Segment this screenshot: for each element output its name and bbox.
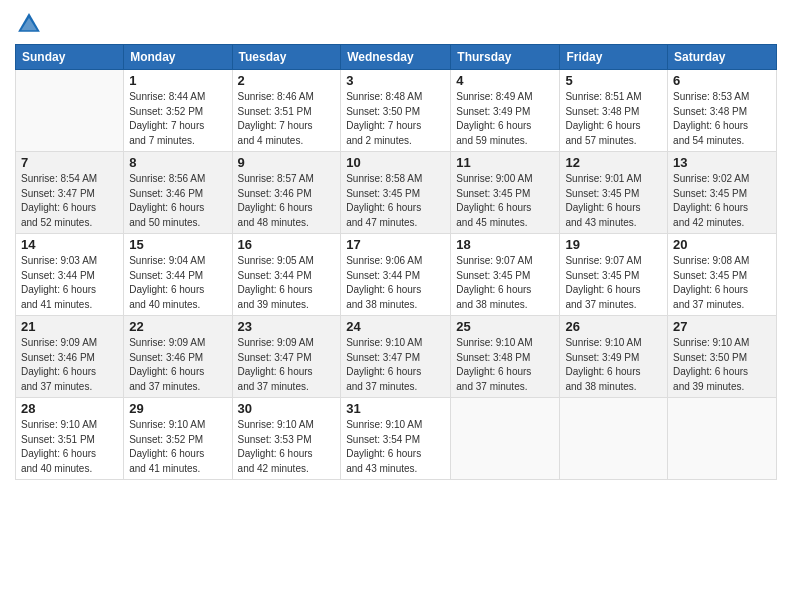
- day-info: Sunrise: 8:54 AMSunset: 3:47 PMDaylight:…: [21, 172, 118, 230]
- day-header-wednesday: Wednesday: [341, 45, 451, 70]
- day-info: Sunrise: 9:08 AMSunset: 3:45 PMDaylight:…: [673, 254, 771, 312]
- day-number: 28: [21, 401, 118, 416]
- day-number: 22: [129, 319, 226, 334]
- day-info: Sunrise: 8:58 AMSunset: 3:45 PMDaylight:…: [346, 172, 445, 230]
- day-info: Sunrise: 8:53 AMSunset: 3:48 PMDaylight:…: [673, 90, 771, 148]
- day-info: Sunrise: 8:44 AMSunset: 3:52 PMDaylight:…: [129, 90, 226, 148]
- day-info: Sunrise: 9:10 AMSunset: 3:52 PMDaylight:…: [129, 418, 226, 476]
- day-info: Sunrise: 9:07 AMSunset: 3:45 PMDaylight:…: [456, 254, 554, 312]
- week-row-1: 1Sunrise: 8:44 AMSunset: 3:52 PMDaylight…: [16, 70, 777, 152]
- day-number: 10: [346, 155, 445, 170]
- day-info: Sunrise: 9:10 AMSunset: 3:50 PMDaylight:…: [673, 336, 771, 394]
- day-info: Sunrise: 9:06 AMSunset: 3:44 PMDaylight:…: [346, 254, 445, 312]
- day-cell: 14Sunrise: 9:03 AMSunset: 3:44 PMDayligh…: [16, 234, 124, 316]
- day-cell: 17Sunrise: 9:06 AMSunset: 3:44 PMDayligh…: [341, 234, 451, 316]
- day-number: 19: [565, 237, 662, 252]
- day-number: 12: [565, 155, 662, 170]
- day-number: 4: [456, 73, 554, 88]
- calendar-table: SundayMondayTuesdayWednesdayThursdayFrid…: [15, 44, 777, 480]
- day-header-friday: Friday: [560, 45, 668, 70]
- day-cell: 21Sunrise: 9:09 AMSunset: 3:46 PMDayligh…: [16, 316, 124, 398]
- day-number: 13: [673, 155, 771, 170]
- day-info: Sunrise: 9:10 AMSunset: 3:51 PMDaylight:…: [21, 418, 118, 476]
- day-number: 21: [21, 319, 118, 334]
- page: SundayMondayTuesdayWednesdayThursdayFrid…: [0, 0, 792, 612]
- day-info: Sunrise: 9:01 AMSunset: 3:45 PMDaylight:…: [565, 172, 662, 230]
- day-number: 31: [346, 401, 445, 416]
- day-cell: 19Sunrise: 9:07 AMSunset: 3:45 PMDayligh…: [560, 234, 668, 316]
- day-info: Sunrise: 9:03 AMSunset: 3:44 PMDaylight:…: [21, 254, 118, 312]
- day-cell: 8Sunrise: 8:56 AMSunset: 3:46 PMDaylight…: [124, 152, 232, 234]
- day-info: Sunrise: 9:09 AMSunset: 3:46 PMDaylight:…: [129, 336, 226, 394]
- day-number: 6: [673, 73, 771, 88]
- day-cell: 18Sunrise: 9:07 AMSunset: 3:45 PMDayligh…: [451, 234, 560, 316]
- day-number: 25: [456, 319, 554, 334]
- day-number: 9: [238, 155, 336, 170]
- day-header-saturday: Saturday: [668, 45, 777, 70]
- day-cell: 13Sunrise: 9:02 AMSunset: 3:45 PMDayligh…: [668, 152, 777, 234]
- day-info: Sunrise: 9:05 AMSunset: 3:44 PMDaylight:…: [238, 254, 336, 312]
- day-info: Sunrise: 8:51 AMSunset: 3:48 PMDaylight:…: [565, 90, 662, 148]
- day-info: Sunrise: 9:10 AMSunset: 3:47 PMDaylight:…: [346, 336, 445, 394]
- day-number: 15: [129, 237, 226, 252]
- day-cell: 2Sunrise: 8:46 AMSunset: 3:51 PMDaylight…: [232, 70, 341, 152]
- day-number: 11: [456, 155, 554, 170]
- header-row: SundayMondayTuesdayWednesdayThursdayFrid…: [16, 45, 777, 70]
- header: [15, 10, 777, 38]
- day-info: Sunrise: 8:57 AMSunset: 3:46 PMDaylight:…: [238, 172, 336, 230]
- day-number: 26: [565, 319, 662, 334]
- day-cell: [560, 398, 668, 480]
- day-cell: 24Sunrise: 9:10 AMSunset: 3:47 PMDayligh…: [341, 316, 451, 398]
- logo: [15, 10, 47, 38]
- day-info: Sunrise: 9:00 AMSunset: 3:45 PMDaylight:…: [456, 172, 554, 230]
- day-info: Sunrise: 8:49 AMSunset: 3:49 PMDaylight:…: [456, 90, 554, 148]
- week-row-5: 28Sunrise: 9:10 AMSunset: 3:51 PMDayligh…: [16, 398, 777, 480]
- day-number: 20: [673, 237, 771, 252]
- day-cell: 9Sunrise: 8:57 AMSunset: 3:46 PMDaylight…: [232, 152, 341, 234]
- day-info: Sunrise: 8:48 AMSunset: 3:50 PMDaylight:…: [346, 90, 445, 148]
- day-info: Sunrise: 9:09 AMSunset: 3:47 PMDaylight:…: [238, 336, 336, 394]
- day-header-monday: Monday: [124, 45, 232, 70]
- day-number: 23: [238, 319, 336, 334]
- day-cell: 20Sunrise: 9:08 AMSunset: 3:45 PMDayligh…: [668, 234, 777, 316]
- day-info: Sunrise: 8:46 AMSunset: 3:51 PMDaylight:…: [238, 90, 336, 148]
- day-number: 16: [238, 237, 336, 252]
- day-info: Sunrise: 9:09 AMSunset: 3:46 PMDaylight:…: [21, 336, 118, 394]
- day-number: 1: [129, 73, 226, 88]
- day-cell: 7Sunrise: 8:54 AMSunset: 3:47 PMDaylight…: [16, 152, 124, 234]
- day-cell: [16, 70, 124, 152]
- day-cell: 16Sunrise: 9:05 AMSunset: 3:44 PMDayligh…: [232, 234, 341, 316]
- day-number: 24: [346, 319, 445, 334]
- day-number: 7: [21, 155, 118, 170]
- day-cell: 22Sunrise: 9:09 AMSunset: 3:46 PMDayligh…: [124, 316, 232, 398]
- day-number: 5: [565, 73, 662, 88]
- day-cell: 25Sunrise: 9:10 AMSunset: 3:48 PMDayligh…: [451, 316, 560, 398]
- day-cell: 31Sunrise: 9:10 AMSunset: 3:54 PMDayligh…: [341, 398, 451, 480]
- day-cell: 4Sunrise: 8:49 AMSunset: 3:49 PMDaylight…: [451, 70, 560, 152]
- day-cell: 10Sunrise: 8:58 AMSunset: 3:45 PMDayligh…: [341, 152, 451, 234]
- day-info: Sunrise: 9:10 AMSunset: 3:49 PMDaylight:…: [565, 336, 662, 394]
- day-number: 18: [456, 237, 554, 252]
- day-number: 30: [238, 401, 336, 416]
- day-number: 8: [129, 155, 226, 170]
- day-cell: 28Sunrise: 9:10 AMSunset: 3:51 PMDayligh…: [16, 398, 124, 480]
- day-info: Sunrise: 8:56 AMSunset: 3:46 PMDaylight:…: [129, 172, 226, 230]
- week-row-2: 7Sunrise: 8:54 AMSunset: 3:47 PMDaylight…: [16, 152, 777, 234]
- day-info: Sunrise: 9:10 AMSunset: 3:48 PMDaylight:…: [456, 336, 554, 394]
- week-row-4: 21Sunrise: 9:09 AMSunset: 3:46 PMDayligh…: [16, 316, 777, 398]
- day-cell: 15Sunrise: 9:04 AMSunset: 3:44 PMDayligh…: [124, 234, 232, 316]
- day-cell: 1Sunrise: 8:44 AMSunset: 3:52 PMDaylight…: [124, 70, 232, 152]
- day-info: Sunrise: 9:07 AMSunset: 3:45 PMDaylight:…: [565, 254, 662, 312]
- day-info: Sunrise: 9:04 AMSunset: 3:44 PMDaylight:…: [129, 254, 226, 312]
- day-info: Sunrise: 9:02 AMSunset: 3:45 PMDaylight:…: [673, 172, 771, 230]
- day-number: 27: [673, 319, 771, 334]
- day-number: 2: [238, 73, 336, 88]
- day-info: Sunrise: 9:10 AMSunset: 3:54 PMDaylight:…: [346, 418, 445, 476]
- day-number: 17: [346, 237, 445, 252]
- day-cell: 30Sunrise: 9:10 AMSunset: 3:53 PMDayligh…: [232, 398, 341, 480]
- day-cell: 11Sunrise: 9:00 AMSunset: 3:45 PMDayligh…: [451, 152, 560, 234]
- day-cell: [668, 398, 777, 480]
- day-header-tuesday: Tuesday: [232, 45, 341, 70]
- day-cell: 27Sunrise: 9:10 AMSunset: 3:50 PMDayligh…: [668, 316, 777, 398]
- day-cell: [451, 398, 560, 480]
